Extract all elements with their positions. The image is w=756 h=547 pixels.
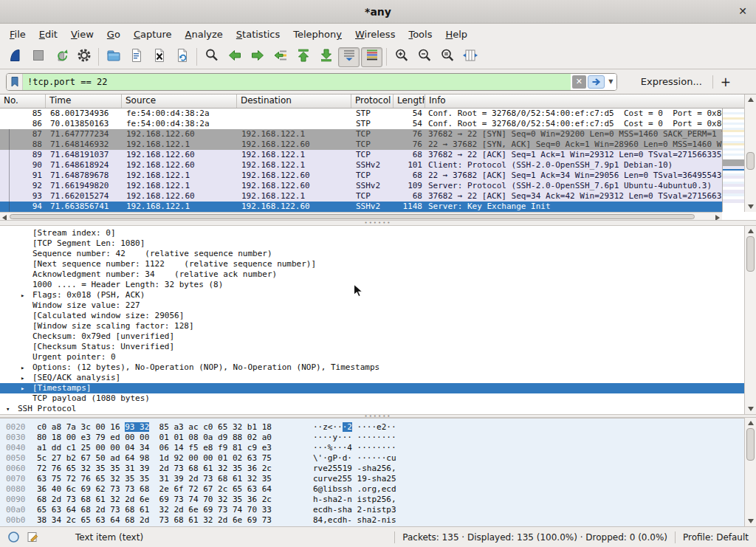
display-filter-input[interactable]: [23, 74, 571, 90]
scroll-thumb[interactable]: [746, 236, 755, 272]
detail-line[interactable]: [Stream index: 0]: [0, 228, 744, 238]
hex-row[interactable]: 003080 18 00 e3 79 ed 00 00 01 01 08 0a …: [0, 433, 756, 443]
detail-line[interactable]: [Checksum Status: Unverified]: [0, 342, 744, 352]
packet-row[interactable]: 9171.648789678192.168.122.1192.168.122.6…: [0, 171, 722, 181]
menu-tools[interactable]: Tools: [402, 25, 439, 44]
column-header-info[interactable]: Info: [425, 94, 744, 108]
auto-scroll-button[interactable]: [338, 47, 360, 67]
scroll-down-arrow-icon[interactable]: [748, 519, 754, 523]
add-filter-button[interactable]: +: [721, 75, 731, 89]
detail-line[interactable]: TCP payload (1080 bytes): [0, 393, 744, 404]
packet-row[interactable]: 8871.648146932192.168.122.1192.168.122.6…: [0, 140, 722, 150]
go-to-first-button[interactable]: [292, 47, 314, 67]
zoom-in-button[interactable]: [391, 47, 412, 67]
detail-line[interactable]: ▸Flags: 0x018 (PSH, ACK): [0, 290, 744, 300]
packet-row[interactable]: 9471.663856741192.168.122.1192.168.122.6…: [0, 202, 722, 212]
detail-line[interactable]: Window size value: 227: [0, 300, 744, 311]
go-forward-button[interactable]: [247, 47, 268, 67]
detail-line[interactable]: Urgent pointer: 0: [0, 352, 744, 362]
expand-arrow-icon[interactable]: ▸: [21, 290, 24, 300]
expand-arrow-icon[interactable]: ▸: [21, 362, 24, 373]
menu-statistics[interactable]: Statistics: [230, 25, 286, 44]
column-header-protocol[interactable]: Protocol: [351, 94, 394, 108]
column-header-length[interactable]: Length: [394, 94, 425, 108]
detail-line[interactable]: 1000 .... = Header Length: 32 bytes (8): [0, 280, 744, 290]
expand-arrow-icon[interactable]: ▸: [21, 383, 24, 393]
restart-capture-button[interactable]: [50, 47, 72, 67]
hex-row[interactable]: 0020c0 a8 7a 3c 00 16 93 32 85 a3 ac c0 …: [0, 422, 756, 433]
packet-list-vscrollbar[interactable]: [744, 94, 756, 212]
menu-wireless[interactable]: Wireless: [348, 25, 402, 44]
hex-row[interactable]: 00505c 27 b2 67 50 ad 64 98 1d 92 00 00 …: [0, 453, 756, 464]
hex-row[interactable]: 007063 75 72 76 65 32 35 35 31 39 2d 73 …: [0, 474, 756, 484]
column-header-source[interactable]: Source: [122, 94, 237, 108]
splitter-list-details[interactable]: ••••••: [0, 220, 756, 226]
detail-line[interactable]: Acknowledgment number: 34 (relative ack …: [0, 269, 744, 280]
packet-row[interactable]: 9371.662015274192.168.122.60192.168.122.…: [0, 191, 722, 202]
detail-line[interactable]: [Window size scaling factor: 128]: [0, 321, 744, 331]
detail-line[interactable]: [TCP Segment Len: 1080]: [0, 238, 744, 249]
packet-row[interactable]: 8771.647777234192.168.122.60192.168.122.…: [0, 129, 722, 140]
scroll-up-arrow-icon[interactable]: [748, 229, 754, 233]
title-bar[interactable]: *any ✕: [0, 0, 756, 24]
menu-telephony[interactable]: Telephony: [286, 25, 348, 44]
scroll-down-arrow-icon[interactable]: [748, 204, 754, 209]
packet-row[interactable]: 9271.661949820192.168.122.1192.168.122.6…: [0, 181, 722, 191]
detail-line[interactable]: ▾SSH Protocol: [0, 404, 744, 414]
colorize-packets-button[interactable]: [361, 47, 382, 67]
packet-list-header[interactable]: No.TimeSourceDestinationProtocolLengthIn…: [0, 94, 744, 109]
hex-row[interactable]: 008036 40 6c 69 62 73 73 68 2e 6f 72 67 …: [0, 484, 756, 495]
menu-file[interactable]: File: [3, 25, 32, 44]
scroll-up-arrow-icon[interactable]: [748, 421, 754, 425]
detail-line[interactable]: ▸Options: (12 bytes), No-Operation (NOP)…: [0, 362, 744, 373]
detail-line[interactable]: ▸[Timestamps]: [0, 383, 744, 393]
expression-button[interactable]: Expression...: [641, 76, 702, 87]
filter-clear-button[interactable]: ✕: [572, 75, 586, 89]
stop-capture-button[interactable]: [27, 47, 49, 67]
scroll-thumb[interactable]: [746, 428, 755, 461]
packet-row[interactable]: 8670.013850163fe:54:00:d4:38:2aSTP54Conf…: [0, 119, 722, 129]
packet-row[interactable]: 8568.001734936fe:54:00:d4:38:2aSTP54Conf…: [0, 109, 722, 119]
scroll-thumb[interactable]: [10, 214, 695, 219]
go-to-last-button[interactable]: [315, 47, 337, 67]
packet-row[interactable]: 9071.648618924192.168.122.60192.168.122.…: [0, 160, 722, 171]
go-back-button[interactable]: [224, 47, 245, 67]
expand-arrow-icon[interactable]: ▸: [21, 373, 24, 383]
column-header-time[interactable]: Time: [46, 94, 122, 108]
menu-analyze[interactable]: Analyze: [179, 25, 230, 44]
reload-capture-file-button[interactable]: [171, 47, 193, 67]
detail-line[interactable]: ▸[SEQ/ACK analysis]: [0, 373, 744, 383]
column-header-no[interactable]: No.: [0, 94, 46, 108]
packet-row[interactable]: 8971.648191037192.168.122.60192.168.122.…: [0, 150, 722, 160]
menu-edit[interactable]: Edit: [32, 25, 64, 44]
filter-history-dropdown[interactable]: ▼: [605, 74, 616, 90]
hex-row[interactable]: 00a065 63 64 68 2d 73 68 61 32 2d 6e 69 …: [0, 505, 756, 515]
status-profile[interactable]: Profile: Default: [683, 532, 749, 543]
capture-options-button[interactable]: [73, 47, 94, 67]
details-vscrollbar[interactable]: [744, 226, 756, 414]
go-to-packet-button[interactable]: [269, 47, 291, 67]
filter-bookmark-icon[interactable]: [7, 74, 23, 90]
filter-apply-button[interactable]: [588, 75, 605, 89]
scroll-down-arrow-icon[interactable]: [748, 407, 754, 411]
save-capture-file-button[interactable]: [126, 47, 147, 67]
hex-row[interactable]: 009068 2d 73 68 61 32 2d 6e 69 73 74 70 …: [0, 495, 756, 505]
menu-go[interactable]: Go: [100, 25, 127, 44]
scroll-thumb[interactable]: [746, 152, 755, 170]
detail-line[interactable]: [Next sequence number: 1122 (relative se…: [0, 259, 744, 269]
menu-view[interactable]: View: [64, 25, 100, 44]
close-window-button[interactable]: ✕: [738, 5, 747, 17]
scroll-up-arrow-icon[interactable]: [748, 97, 754, 102]
find-packet-button[interactable]: [201, 47, 222, 67]
hex-row[interactable]: 0040a1 dd c1 25 00 00 04 34 06 14 f5 e8 …: [0, 443, 756, 453]
expert-info-icon[interactable]: [7, 531, 20, 543]
detail-line[interactable]: Checksum: 0x79ed [unverified]: [0, 331, 744, 342]
menu-capture[interactable]: Capture: [127, 25, 179, 44]
open-capture-file-button[interactable]: [103, 47, 124, 67]
resize-columns-button[interactable]: [459, 47, 481, 67]
capture-comment-icon[interactable]: [27, 531, 39, 543]
zoom-reset-button[interactable]: [436, 47, 458, 67]
close-capture-file-button[interactable]: [148, 47, 170, 67]
menu-help[interactable]: Help: [439, 25, 474, 44]
column-header-destination[interactable]: Destination: [237, 94, 351, 108]
